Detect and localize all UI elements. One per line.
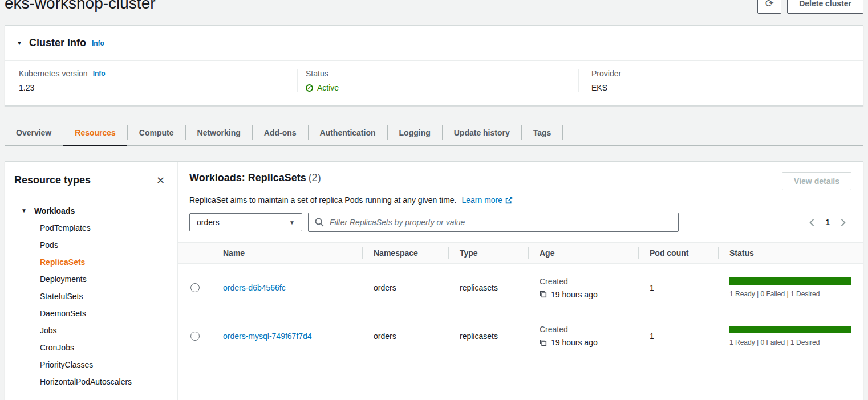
select-all-column-header: [178, 243, 212, 263]
tab-compute[interactable]: Compute: [128, 120, 185, 146]
page-title: eks-workshop-cluster: [5, 0, 156, 15]
main-header: Workloads: ReplicaSets (2) View details: [178, 172, 863, 190]
age-value: 19 hours ago: [551, 338, 598, 347]
chevron-down-icon[interactable]: ▼: [17, 40, 22, 46]
tab-add-ons[interactable]: Add-ons: [253, 120, 308, 146]
replicasets-main: Workloads: ReplicaSets (2) View details …: [178, 162, 863, 400]
main-title: Workloads: ReplicaSets: [189, 172, 306, 183]
tree-group-cluster[interactable]: ▶ Cluster: [14, 397, 168, 400]
sidebar-item-cronjobs[interactable]: CronJobs: [14, 339, 168, 356]
pod-count-cell: 1: [638, 283, 718, 292]
copy-icon[interactable]: [540, 291, 547, 298]
resource-types-sidebar: Resource types ✕ ▼ Workloads PodTemplate…: [5, 162, 178, 400]
tree-group-workloads[interactable]: ▼ Workloads: [14, 202, 168, 219]
tab-logging[interactable]: Logging: [388, 120, 442, 146]
main-title-wrap: Workloads: ReplicaSets (2): [189, 172, 321, 184]
sidebar-item-horizontalpodautoscalers[interactable]: HorizontalPodAutoscalers: [14, 373, 168, 390]
provider-field: Provider EKS: [578, 69, 863, 92]
tab-authentication[interactable]: Authentication: [309, 120, 387, 146]
tab-networking[interactable]: Networking: [186, 120, 252, 146]
tree-group-label: Cluster: [33, 397, 60, 400]
kubernetes-version-info-link[interactable]: Info: [93, 70, 106, 77]
tab-resources[interactable]: Resources: [63, 120, 127, 146]
age-value: 19 hours ago: [551, 290, 598, 299]
dropdown-value: orders: [197, 218, 220, 227]
sidebar-item-deployments[interactable]: Deployments: [14, 271, 168, 288]
status-label: Status: [306, 69, 578, 78]
kubernetes-version-field: Kubernetes version Info 1.23: [5, 69, 297, 92]
result-count: (2): [309, 172, 321, 183]
resources-panel: Resource types ✕ ▼ Workloads PodTemplate…: [5, 161, 863, 400]
external-link-icon: [505, 197, 513, 204]
status-bar: [729, 326, 851, 333]
column-header-namespace: Namespace: [362, 243, 448, 263]
current-page-number[interactable]: 1: [825, 218, 830, 227]
status-value: ✓ Active: [306, 83, 578, 92]
chevron-right-icon: ▶: [21, 397, 26, 400]
status-field: Status ✓ Active: [297, 69, 578, 92]
refresh-icon: ⟳: [765, 0, 774, 10]
resource-tree: ▼ Workloads PodTemplates Pods ReplicaSet…: [14, 202, 168, 400]
search-input[interactable]: [328, 217, 672, 227]
tab-divider: [562, 125, 563, 140]
namespace-cell: orders: [362, 332, 448, 341]
sidebar-item-pods[interactable]: Pods: [14, 236, 168, 254]
column-header-name: Name: [212, 243, 362, 263]
refresh-button[interactable]: ⟳: [757, 0, 781, 14]
kubernetes-version-value: 1.23: [19, 83, 297, 92]
delete-cluster-button[interactable]: Delete cluster: [787, 0, 863, 14]
status-cell: 1 Ready | 0 Failed | 1 Desired: [718, 277, 863, 298]
status-summary: 1 Ready | 0 Failed | 1 Desired: [729, 290, 851, 298]
cluster-info-body: Kubernetes version Info 1.23 Status ✓ Ac…: [5, 60, 863, 105]
kubernetes-version-label: Kubernetes version Info: [19, 69, 297, 78]
page-header: eks-workshop-cluster ⟳ Delete cluster: [5, 0, 863, 16]
namespace-cell: orders: [362, 283, 448, 292]
replicaset-name-link[interactable]: orders-mysql-749f67f7d4: [223, 332, 312, 341]
next-page-button[interactable]: [838, 218, 847, 227]
view-details-button[interactable]: View details: [782, 172, 851, 190]
status-cell: 1 Ready | 0 Failed | 1 Desired: [718, 326, 863, 346]
chevron-down-icon: ▼: [289, 219, 295, 226]
replicasets-table: Name Namespace Type Age Pod count Status…: [178, 242, 863, 360]
status-check-icon: ✓: [306, 84, 313, 92]
replicaset-name-link[interactable]: orders-d6b4566fc: [223, 283, 286, 292]
age-label: Created: [540, 325, 638, 334]
learn-more-link[interactable]: Learn more: [461, 195, 513, 205]
sidebar-item-podtemplates[interactable]: PodTemplates: [14, 219, 168, 236]
search-box: [308, 213, 679, 232]
sidebar-item-jobs[interactable]: Jobs: [14, 322, 168, 339]
header-actions: ⟳ Delete cluster: [757, 0, 863, 14]
row-radio-button[interactable]: [190, 332, 200, 341]
table-row: orders-d6b4566fc orders replicasets Crea…: [178, 264, 863, 312]
copy-icon[interactable]: [540, 339, 547, 346]
sidebar-title: Resource types: [14, 174, 91, 186]
previous-page-button[interactable]: [808, 218, 817, 227]
namespace-filter-dropdown[interactable]: orders ▼: [189, 213, 302, 231]
tab-update-history[interactable]: Update history: [443, 120, 521, 146]
age-cell: Created 19 hours ago: [528, 277, 638, 299]
close-icon[interactable]: ✕: [156, 175, 168, 186]
row-radio-button[interactable]: [190, 283, 200, 292]
status-bar: [729, 277, 851, 285]
table-header-row: Name Namespace Type Age Pod count Status: [178, 243, 863, 264]
pagination: 1: [808, 218, 851, 227]
sidebar-item-daemonsets[interactable]: DaemonSets: [14, 305, 168, 322]
tab-tags[interactable]: Tags: [522, 120, 563, 146]
sidebar-item-replicasets[interactable]: ReplicaSets: [14, 254, 168, 271]
age-cell: Created 19 hours ago: [528, 325, 638, 347]
description-text: ReplicaSet aims to maintain a set of rep…: [189, 195, 456, 205]
column-header-age: Age: [528, 243, 638, 263]
sidebar-item-priorityclasses[interactable]: PriorityClasses: [14, 356, 168, 373]
cluster-info-card: ▼ Cluster info Info Kubernetes version I…: [5, 25, 863, 106]
type-cell: replicasets: [448, 283, 528, 292]
sidebar-item-statefulsets[interactable]: StatefulSets: [14, 288, 168, 305]
tab-overview[interactable]: Overview: [5, 120, 63, 146]
cluster-info-info-link[interactable]: Info: [92, 39, 104, 47]
search-icon: [315, 218, 324, 227]
chevron-left-icon: [808, 218, 817, 227]
column-header-status: Status: [718, 243, 863, 263]
tab-bar: Overview Resources Compute Networking Ad…: [5, 120, 863, 146]
type-cell: replicasets: [448, 332, 528, 341]
cluster-info-header[interactable]: ▼ Cluster info Info: [5, 26, 863, 60]
cluster-info-title: Cluster info: [29, 37, 86, 49]
